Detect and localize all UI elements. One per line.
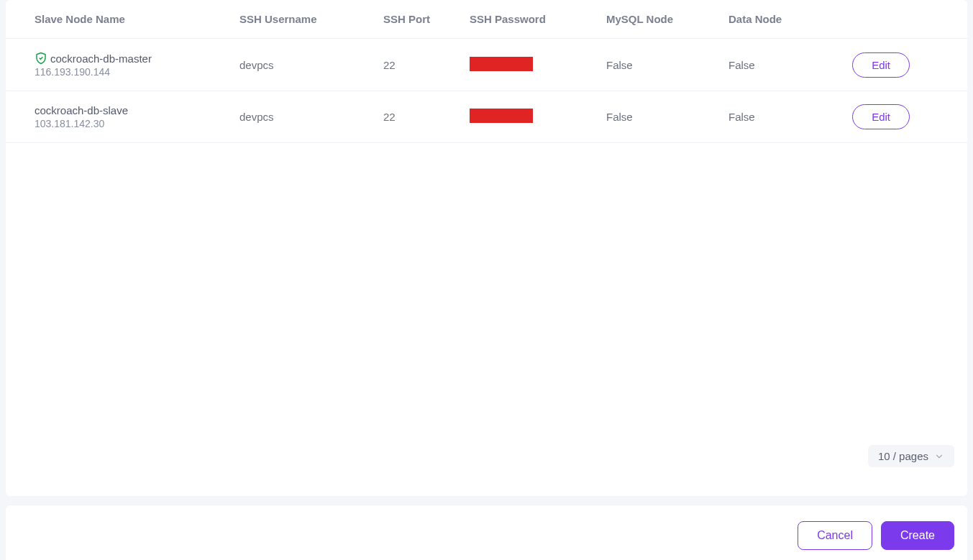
col-header-ssh-pass: SSH Password (470, 0, 606, 39)
col-header-data-node: Data Node (728, 0, 844, 39)
cell-ssh-port: 22 (383, 91, 470, 143)
table-row: cockroach-db-master 116.193.190.144 devp… (6, 39, 967, 91)
col-header-mysql-node: MySQL Node (606, 0, 728, 39)
col-header-name: Slave Node Name (6, 0, 239, 39)
cell-mysql-node: False (606, 91, 728, 143)
password-redacted (470, 57, 533, 71)
cell-action: Edit (844, 39, 967, 91)
edit-button[interactable]: Edit (852, 104, 910, 129)
cancel-button[interactable]: Cancel (798, 521, 872, 550)
cell-ssh-pass (470, 91, 606, 143)
footer-actions: Cancel Create (6, 505, 967, 560)
node-name: cockroach-db-slave (35, 104, 128, 116)
node-name-cell: cockroach-db-master 116.193.190.144 (35, 52, 232, 78)
col-header-ssh-user: SSH Username (239, 0, 383, 39)
cell-action: Edit (844, 91, 967, 143)
create-button[interactable]: Create (881, 521, 954, 550)
cell-mysql-node: False (606, 39, 728, 91)
node-name-cell: cockroach-db-slave 103.181.142.30 (35, 104, 232, 129)
cell-ssh-user: devpcs (239, 39, 383, 91)
node-ip: 103.181.142.30 (35, 118, 232, 129)
per-page-label: 10 / pages (878, 450, 928, 462)
cell-data-node: False (728, 39, 844, 91)
node-ip: 116.193.190.144 (35, 66, 232, 78)
password-redacted (470, 109, 533, 123)
chevron-down-icon (934, 451, 944, 462)
cell-data-node: False (728, 91, 844, 143)
edit-button[interactable]: Edit (852, 52, 910, 78)
table-row: cockroach-db-slave 103.181.142.30 devpcs… (6, 91, 967, 143)
col-header-action (844, 0, 967, 39)
node-name: cockroach-db-master (50, 52, 152, 65)
cell-ssh-pass (470, 39, 606, 91)
col-header-ssh-port: SSH Port (383, 0, 470, 39)
cell-ssh-port: 22 (383, 39, 470, 91)
per-page-select[interactable]: 10 / pages (868, 445, 954, 467)
nodes-table: Slave Node Name SSH Username SSH Port SS… (6, 0, 967, 143)
shield-icon (35, 52, 47, 65)
main-card: Slave Node Name SSH Username SSH Port SS… (6, 0, 967, 496)
cell-ssh-user: devpcs (239, 91, 383, 143)
pagination-bar: 10 / pages (868, 445, 954, 467)
